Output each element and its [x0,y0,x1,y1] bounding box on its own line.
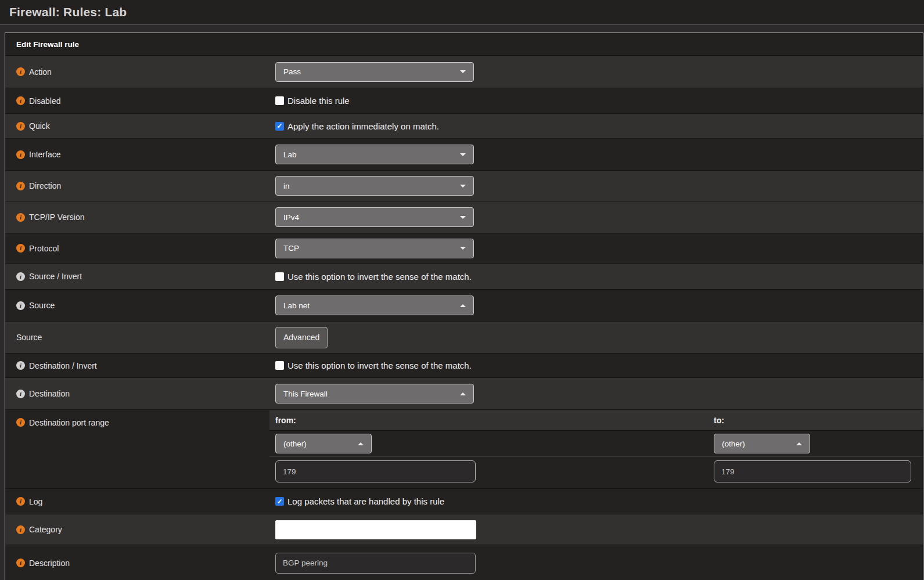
caret-down-icon [460,247,466,250]
info-icon [16,559,25,567]
form-row-direction: Direction in [5,171,923,201]
field-label: Protocol [29,244,59,253]
action-select[interactable]: Pass [275,62,474,82]
form-row-category: Category [5,514,923,545]
page-title: Firewall: Rules: Lab [9,5,127,19]
info-icon [16,213,25,222]
field-label: Source [16,333,42,342]
form-row-source: Source Lab net [5,290,923,322]
action-select-value: Pass [283,67,301,76]
source-select-value: Lab net [283,301,310,310]
tcpip-version-select-value: IPv4 [283,213,299,222]
caret-up-icon [358,442,364,445]
log-checkbox[interactable] [275,497,284,506]
info-icon [16,96,25,105]
form-row-destination: Destination This Firewall [5,378,923,410]
form-row-disabled: Disabled Disable this rule [5,88,923,114]
form-row-protocol: Protocol TCP [5,233,923,264]
form-row-description: Description [5,545,923,580]
port-from-input[interactable] [275,460,476,482]
form-row-source-advanced: Source Advanced [5,322,923,354]
tcpip-version-select[interactable]: IPv4 [275,207,474,227]
interface-select-value: Lab [283,150,297,159]
direction-select-value: in [283,182,290,190]
caret-down-icon [460,185,466,188]
edit-firewall-rule-panel: Edit Firewall rule Action Pass Disabled … [5,33,923,580]
form-row-quick: Quick Apply the action immediately on ma… [5,114,923,139]
info-icon [16,301,25,310]
field-label: Interface [29,150,60,159]
field-label: Destination port range [29,418,109,427]
field-label: Description [29,559,70,568]
form-row-log: Log Log packets that are handled by this… [5,489,923,514]
port-from-select[interactable]: (other) [275,434,372,453]
field-label: Source [29,301,55,310]
form-row-tcpip-version: TCP/IP Version IPv4 [5,201,923,233]
panel-title: Edit Firewall rule [16,40,79,49]
direction-select[interactable]: in [275,176,474,196]
checkbox-label: Apply the action immediately on match. [287,121,439,131]
source-invert-checkbox[interactable] [275,272,284,281]
field-label: Log [29,497,42,506]
port-to-label: to: [711,416,923,425]
checkbox-label: Use this option to invert the sense of t… [287,361,472,370]
checkbox-label: Use this option to invert the sense of t… [287,272,472,282]
info-icon [16,67,25,76]
port-to-select[interactable]: (other) [714,434,810,453]
checkbox-label: Disable this rule [287,96,350,106]
info-icon [16,525,25,534]
info-icon [16,361,25,370]
caret-up-icon [460,392,466,395]
caret-down-icon [460,70,466,73]
disabled-checkbox[interactable] [275,96,284,105]
info-icon [16,418,25,427]
caret-down-icon [460,216,466,219]
page-header: Firewall: Rules: Lab [0,0,924,24]
form-row-destination-invert: Destination / Invert Use this option to … [5,354,923,378]
protocol-select-value: TCP [283,244,299,253]
port-range-selects: (other) (other) [269,431,923,457]
field-label: Category [29,525,62,534]
port-from-label: from: [269,416,711,425]
source-advanced-button[interactable]: Advanced [275,327,328,348]
field-label: Destination [29,389,70,398]
field-label: Quick [29,121,50,131]
field-label: Destination / Invert [29,361,97,370]
caret-up-icon [460,304,466,307]
interface-select[interactable]: Lab [275,145,474,164]
info-icon [16,272,25,281]
caret-up-icon [796,442,802,445]
field-label: Action [29,67,52,77]
info-icon [16,390,25,398]
field-label: TCP/IP Version [29,212,84,222]
panel-header: Edit Firewall rule [5,33,923,56]
port-to-select-value: (other) [722,439,745,448]
info-icon [16,497,25,506]
field-label: Direction [29,181,61,190]
info-icon [16,244,25,253]
destination-select[interactable]: This Firewall [275,384,474,404]
form-row-destination-port-range: Destination port range from: to: (other) [5,410,923,489]
description-input[interactable] [275,553,476,574]
quick-checkbox[interactable] [275,122,284,131]
destination-invert-checkbox[interactable] [275,361,284,370]
info-icon [16,182,25,190]
port-range-inputs [269,457,923,487]
form-row-action: Action Pass [5,56,923,88]
port-range-header: from: to: [269,410,923,431]
checkbox-label: Log packets that are handled by this rul… [287,496,444,506]
field-label: Disabled [29,96,60,106]
port-to-input[interactable] [714,460,911,482]
port-from-select-value: (other) [283,439,307,448]
form-row-source-invert: Source / Invert Use this option to inver… [5,264,923,290]
caret-down-icon [460,153,466,156]
field-label: Source / Invert [29,272,82,281]
protocol-select[interactable]: TCP [275,239,474,258]
category-input[interactable] [275,520,476,539]
info-icon [16,150,25,159]
destination-select-value: This Firewall [283,390,328,398]
info-icon [16,122,25,131]
form-row-interface: Interface Lab [5,139,923,171]
source-select[interactable]: Lab net [275,296,474,315]
